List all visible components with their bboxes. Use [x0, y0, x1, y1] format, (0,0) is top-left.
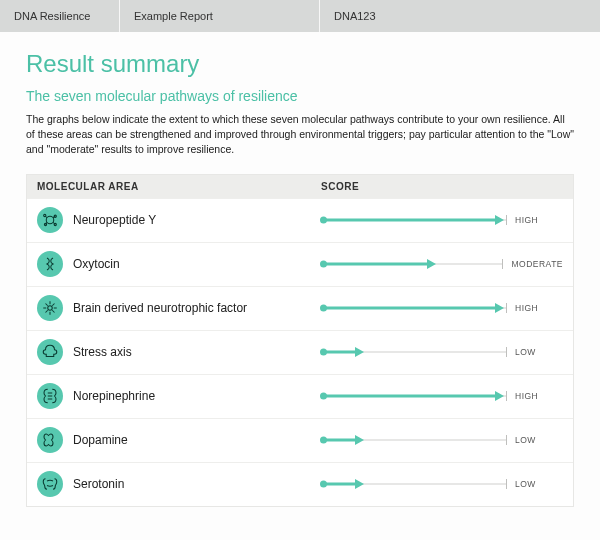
cell-area: Brain derived neurotrophic factor — [37, 295, 321, 321]
norepinephrine-icon — [37, 383, 63, 409]
table-row: OxytocinMODERATE — [27, 242, 573, 286]
page-title: Result summary — [26, 50, 574, 78]
topbar-code-text: DNA123 — [334, 10, 376, 22]
score-arrowhead — [427, 259, 436, 269]
cell-score: HIGH — [321, 388, 563, 404]
score-track — [321, 432, 507, 448]
cell-score: LOW — [321, 344, 563, 360]
area-label: Serotonin — [73, 477, 124, 491]
page-subtitle: The seven molecular pathways of resilien… — [26, 88, 574, 104]
topbar-code: DNA123 — [320, 0, 420, 32]
area-label: Neuropeptide Y — [73, 213, 156, 227]
score-track — [321, 212, 507, 228]
intro-paragraph: The graphs below indicate the extent to … — [26, 112, 574, 158]
oxytocin-icon — [37, 251, 63, 277]
score-track — [321, 476, 507, 492]
bdnf-icon — [37, 295, 63, 321]
serotonin-icon — [37, 471, 63, 497]
score-endcap — [502, 259, 503, 269]
table-row: Stress axisLOW — [27, 330, 573, 374]
cell-score: LOW — [321, 432, 563, 448]
score-start-dot — [320, 305, 327, 312]
score-track — [321, 300, 507, 316]
col-header-score: SCORE — [321, 181, 563, 192]
neuropeptide-icon — [37, 207, 63, 233]
col-header-area: MOLECULAR AREA — [37, 181, 321, 192]
area-label: Oxytocin — [73, 257, 120, 271]
score-start-dot — [320, 261, 327, 268]
area-label: Norepinephrine — [73, 389, 155, 403]
topbar-product: DNA Resilience — [0, 0, 120, 32]
score-start-dot — [320, 481, 327, 488]
score-endcap — [506, 435, 507, 445]
cell-area: Neuropeptide Y — [37, 207, 321, 233]
score-track — [321, 388, 507, 404]
table-row: Neuropeptide YHIGH — [27, 198, 573, 242]
score-endcap — [506, 347, 507, 357]
results-table: MOLECULAR AREA SCORE Neuropeptide YHIGHO… — [26, 174, 574, 507]
score-label: HIGH — [515, 303, 563, 313]
area-label: Stress axis — [73, 345, 132, 359]
score-track — [321, 344, 507, 360]
table-header: MOLECULAR AREA SCORE — [27, 175, 573, 198]
score-label: LOW — [515, 347, 563, 357]
score-fill — [321, 395, 498, 398]
score-label: HIGH — [515, 215, 563, 225]
stress-axis-icon — [37, 339, 63, 365]
score-endcap — [506, 215, 507, 225]
score-start-dot — [320, 437, 327, 444]
cell-area: Dopamine — [37, 427, 321, 453]
cell-area: Norepinephrine — [37, 383, 321, 409]
score-label: LOW — [515, 479, 563, 489]
score-fill — [321, 307, 498, 310]
topbar-product-text: DNA Resilience — [14, 10, 90, 22]
cell-area: Serotonin — [37, 471, 321, 497]
area-label: Dopamine — [73, 433, 128, 447]
table-row: DopamineLOW — [27, 418, 573, 462]
content: Result summary The seven molecular pathw… — [0, 32, 600, 519]
score-endcap — [506, 303, 507, 313]
table-row: NorepinephrineHIGH — [27, 374, 573, 418]
cell-score: LOW — [321, 476, 563, 492]
topbar-report-text: Example Report — [134, 10, 213, 22]
cell-area: Stress axis — [37, 339, 321, 365]
score-fill — [321, 219, 498, 222]
topbar-report: Example Report — [120, 0, 320, 32]
score-arrowhead — [355, 435, 364, 445]
score-endcap — [506, 391, 507, 401]
cell-area: Oxytocin — [37, 251, 321, 277]
table-body: Neuropeptide YHIGHOxytocinMODERATEBrain … — [27, 198, 573, 506]
cell-score: MODERATE — [321, 256, 563, 272]
score-endcap — [506, 479, 507, 489]
score-track — [321, 256, 503, 272]
cell-score: HIGH — [321, 300, 563, 316]
score-label: LOW — [515, 435, 563, 445]
table-row: Brain derived neurotrophic factorHIGH — [27, 286, 573, 330]
table-row: SerotoninLOW — [27, 462, 573, 506]
score-label: HIGH — [515, 391, 563, 401]
area-label: Brain derived neurotrophic factor — [73, 301, 247, 315]
score-arrowhead — [495, 215, 504, 225]
score-label: MODERATE — [511, 259, 563, 269]
cell-score: HIGH — [321, 212, 563, 228]
top-bar: DNA Resilience Example Report DNA123 — [0, 0, 600, 32]
score-start-dot — [320, 217, 327, 224]
dopamine-icon — [37, 427, 63, 453]
score-arrowhead — [495, 303, 504, 313]
score-arrowhead — [355, 479, 364, 489]
score-start-dot — [320, 393, 327, 400]
score-start-dot — [320, 349, 327, 356]
score-arrowhead — [355, 347, 364, 357]
score-fill — [321, 263, 430, 266]
score-arrowhead — [495, 391, 504, 401]
